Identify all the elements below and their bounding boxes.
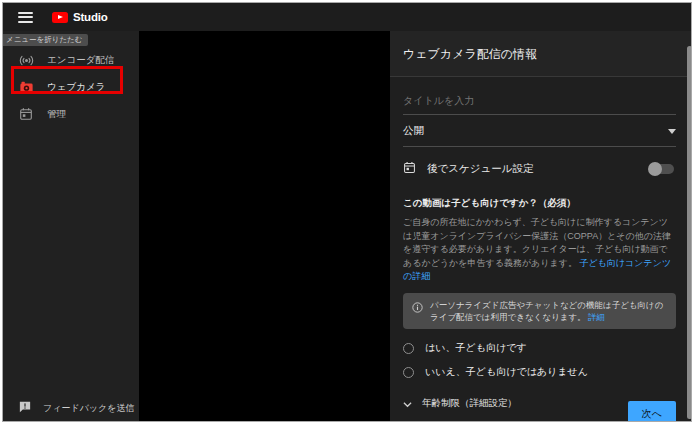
send-feedback-label: フィードバックを送信: [43, 402, 134, 415]
sidebar-item-label: 管理: [47, 108, 66, 121]
sidebar-item-label: エンコーダ配信: [47, 54, 114, 67]
notice-text: パーソナライズド広告やチャットなどの機能は子ども向けのライブ配信では利用できなく…: [430, 300, 663, 322]
radio-option-not-kids[interactable]: いいえ、子ども向けではありません: [403, 365, 676, 379]
collapse-menu-tooltip: メニューを折りたたむ: [3, 34, 88, 46]
chevron-down-icon: [668, 129, 676, 134]
hamburger-menu-icon[interactable]: [18, 12, 33, 23]
panel-title: ウェブカメラ配信の情報: [390, 31, 692, 77]
stream-info-panel: ウェブカメラ配信の情報 公開 後でス: [390, 31, 692, 421]
broadcast-icon: [18, 53, 34, 68]
topbar: Studio: [3, 3, 691, 31]
radio-option-yes-kids[interactable]: はい、子ども向けです: [403, 341, 676, 355]
sidebar-item-encoder-stream[interactable]: エンコーダ配信: [3, 47, 139, 73]
sidebar-item-label: ウェブカメラ: [47, 81, 105, 94]
radio-icon[interactable]: [403, 343, 414, 354]
stream-title-input[interactable]: [403, 95, 676, 106]
radio-label: はい、子ども向けです: [425, 341, 527, 355]
schedule-later-label: 後でスケジュール設定: [427, 162, 650, 176]
made-for-kids-description: ご自身の所在地にかかわらず、子ども向けに制作するコンテンツは児童オンラインプライ…: [403, 216, 676, 284]
send-feedback-button[interactable]: フィードバックを送信: [3, 397, 139, 419]
next-button[interactable]: 次へ: [628, 401, 676, 422]
calendar-icon: [403, 160, 416, 178]
personalized-ads-notice: パーソナライズド広告やチャットなどの機能は子ども向けのライブ配信では利用できなく…: [403, 293, 676, 330]
webcam-preview-area: [139, 31, 390, 421]
webcam-icon: [18, 81, 34, 94]
radio-label: いいえ、子ども向けではありません: [425, 365, 588, 379]
sidebar-item-webcam[interactable]: ウェブカメラ: [3, 74, 139, 100]
manage-calendar-icon: [18, 107, 34, 121]
youtube-logo-icon[interactable]: [52, 12, 68, 23]
visibility-select[interactable]: 公開: [403, 124, 676, 147]
age-restriction-label: 年齢制限（詳細設定）: [422, 397, 517, 410]
visibility-value: 公開: [403, 124, 424, 138]
sidebar-item-manage[interactable]: 管理: [3, 101, 139, 127]
studio-brand-label[interactable]: Studio: [73, 11, 108, 23]
chevron-down-icon: [403, 394, 412, 412]
radio-icon[interactable]: [403, 367, 414, 378]
sidebar: エンコーダ配信 ウェブカメラ: [3, 31, 139, 421]
info-icon: [412, 299, 423, 317]
stream-title-field[interactable]: [403, 90, 676, 115]
made-for-kids-question: この動画は子ども向けですか？（必須）: [403, 197, 676, 210]
feedback-icon: [19, 399, 33, 417]
notice-details-link[interactable]: 詳細: [588, 312, 605, 322]
schedule-later-row: 後でスケジュール設定: [403, 160, 676, 178]
youtube-studio-window: Studio メニューを折りたたむ エンコーダ配信 ウ: [2, 2, 692, 422]
schedule-toggle[interactable]: [650, 164, 674, 174]
panel-scrollbar[interactable]: [687, 46, 692, 419]
